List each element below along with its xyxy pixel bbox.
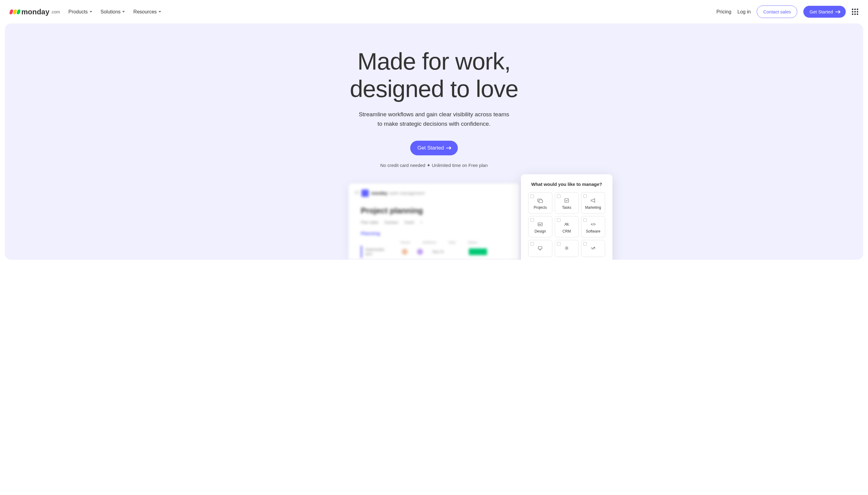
chevron-down-icon xyxy=(90,11,92,13)
preview-tab-1: Kanban xyxy=(385,220,398,225)
nav-products-label: Products xyxy=(68,9,88,15)
survey-option-product[interactable] xyxy=(581,240,605,257)
arrow-right-icon xyxy=(835,12,840,12)
apps-grid-icon[interactable] xyxy=(852,8,858,15)
it-icon xyxy=(537,245,543,251)
survey-option-tasks[interactable]: Tasks xyxy=(555,192,579,214)
nav-resources-label: Resources xyxy=(133,9,157,15)
contact-sales-button[interactable]: Contact sales xyxy=(757,5,797,18)
survey-option-software[interactable]: Software xyxy=(581,216,605,237)
hero-title-line2: designed to love xyxy=(350,75,518,102)
survey-option-label: Marketing xyxy=(585,205,601,210)
survey-option-crm[interactable]: CRM xyxy=(555,216,579,237)
pricing-link[interactable]: Pricing xyxy=(716,9,731,15)
survey-option-label: Tasks xyxy=(562,205,571,210)
svg-point-9 xyxy=(592,249,593,249)
preview-container: monday work management Project planning … xyxy=(17,183,851,260)
get-started-hero-label: Get Started xyxy=(418,145,444,151)
preview-row: Stakeholder sync Sep 10 xyxy=(361,246,513,258)
hero-title-line1: Made for work, xyxy=(357,48,511,75)
marketing-icon xyxy=(590,198,596,204)
survey-option-label: CRM xyxy=(562,229,571,234)
checkbox-icon xyxy=(557,242,561,246)
header: monday.com Products Solutions Resources … xyxy=(0,0,868,23)
svg-point-7 xyxy=(566,248,567,249)
logo[interactable]: monday.com xyxy=(10,7,60,16)
survey-title: What would you like to manage? xyxy=(528,182,605,187)
hero-subtitle-line1: Streamline workflows and gain clear visi… xyxy=(359,111,509,118)
svg-rect-3 xyxy=(538,223,542,226)
arrow-right-icon xyxy=(446,148,450,148)
svg-point-5 xyxy=(567,223,568,224)
login-link[interactable]: Log in xyxy=(738,9,751,15)
ops-icon xyxy=(564,245,570,251)
product-preview: monday work management Project planning … xyxy=(349,183,519,260)
hero-cta-container: Get Started xyxy=(17,141,851,155)
software-icon xyxy=(590,221,596,227)
preview-group: Planning xyxy=(355,231,513,236)
svg-rect-2 xyxy=(565,199,568,202)
logo-mark xyxy=(10,10,20,14)
checkbox-icon xyxy=(583,194,587,198)
survey-option-projects[interactable]: Projects xyxy=(528,192,552,214)
preview-tab-2: Gantt xyxy=(404,220,414,225)
get-started-hero-button[interactable]: Get Started xyxy=(410,141,458,155)
header-right: Pricing Log in Contact sales Get Started xyxy=(716,5,858,18)
get-started-header-label: Get Started xyxy=(810,9,833,14)
avatar-icon xyxy=(417,249,423,255)
checkbox-icon xyxy=(557,218,561,222)
preview-board-title: Project planning xyxy=(355,206,513,216)
survey-option-label: Projects xyxy=(534,205,547,210)
hero-note: No credit card needed ✦ Unlimited time o… xyxy=(17,163,851,168)
survey-option-label: Software xyxy=(586,229,600,234)
checkbox-icon xyxy=(530,194,534,198)
survey-option-marketing[interactable]: Marketing xyxy=(581,192,605,214)
preview-tab-0: Plan table xyxy=(361,220,378,225)
status-done-pill xyxy=(469,249,487,255)
checkbox-icon xyxy=(557,194,561,198)
preview-col-headers: Owner Additions Date Status xyxy=(361,239,513,246)
svg-rect-1 xyxy=(539,200,543,203)
survey-option-ops[interactable] xyxy=(555,240,579,257)
nav-resources[interactable]: Resources xyxy=(133,9,161,15)
chevron-down-icon xyxy=(122,11,125,13)
preview-product: work management xyxy=(389,191,425,195)
avatar-icon xyxy=(402,249,408,255)
survey-grid: Projects Tasks xyxy=(528,192,605,257)
survey-option-design[interactable]: Design xyxy=(528,216,552,237)
projects-icon xyxy=(537,198,543,204)
svg-point-4 xyxy=(565,223,566,224)
hero-title: Made for work, designed to love xyxy=(17,48,851,103)
get-started-header-button[interactable]: Get Started xyxy=(803,6,846,18)
logo-name: monday xyxy=(21,7,49,16)
checkbox-icon xyxy=(583,218,587,222)
nav-solutions-label: Solutions xyxy=(101,9,121,15)
crm-icon xyxy=(564,221,570,227)
nav-solutions[interactable]: Solutions xyxy=(101,9,125,15)
tasks-icon xyxy=(564,198,570,204)
preview-table: Owner Additions Date Status Stakeholder … xyxy=(355,239,513,258)
hero-subtitle: Streamline workflows and gain clear visi… xyxy=(17,110,851,129)
survey-option-it[interactable] xyxy=(528,240,552,257)
contact-sales-label: Contact sales xyxy=(763,9,791,14)
header-left: monday.com Products Solutions Resources xyxy=(10,7,161,16)
product-icon xyxy=(590,245,596,251)
preview-brand: monday xyxy=(371,191,388,195)
svg-rect-6 xyxy=(538,246,542,249)
preview-header: monday work management xyxy=(355,189,513,197)
survey-option-label: Design xyxy=(535,229,546,234)
logo-suffix: .com xyxy=(51,10,60,14)
preview-tabs: Plan table Kanban Gantt + xyxy=(355,220,513,225)
checkbox-icon xyxy=(530,242,534,246)
nav-products[interactable]: Products xyxy=(68,9,92,15)
hero-subtitle-line2: to make strategic decisions with confide… xyxy=(377,121,491,127)
checkbox-icon xyxy=(583,242,587,246)
survey-card: What would you like to manage? Projects xyxy=(521,174,613,260)
design-icon xyxy=(537,221,543,227)
chevron-down-icon xyxy=(159,11,161,13)
preview-app-icon xyxy=(361,189,369,197)
checkbox-icon xyxy=(530,218,534,222)
hero-section: Made for work, designed to love Streamli… xyxy=(5,23,863,260)
